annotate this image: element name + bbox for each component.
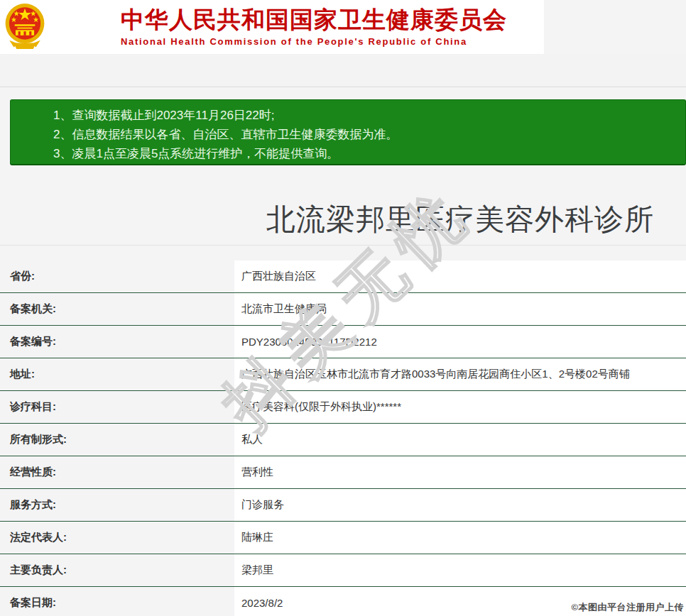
field-label: 诊疗科目:	[0, 391, 234, 423]
site-title-chinese: 中华人民共和国国家卫生健康委员会	[121, 6, 533, 34]
field-label: 备案日期:	[0, 587, 234, 616]
field-value: 门诊服务	[234, 489, 686, 521]
site-header: 中华人民共和国国家卫生健康委员会 National Health Commiss…	[0, 0, 544, 54]
notice-banner: 1、查询数据截止到2023年11月26日22时; 2、信息数据结果以各省、自治区…	[10, 99, 686, 165]
field-value: 陆琳庄	[234, 522, 686, 554]
notice-line-1: 1、查询数据截止到2023年11月26日22时;	[53, 106, 674, 125]
table-row: 服务方式: 门诊服务	[0, 489, 686, 522]
field-label: 法定代表人:	[0, 522, 234, 554]
field-label: 备案编号:	[0, 326, 234, 358]
table-row: 备案编号: PDY23080145098117D2212	[0, 326, 686, 358]
table-row: 省份: 广西壮族自治区	[0, 260, 686, 293]
field-value: 私人	[234, 424, 686, 456]
institution-name-title: 北流梁邦里医疗美容外科诊所	[266, 200, 654, 239]
table-row: 备案机关: 北流市卫生健康局	[0, 293, 686, 326]
notice-line-3: 3、凌晨1点至凌晨5点系统进行维护，不能提供查询。	[53, 144, 674, 163]
field-label: 省份:	[0, 260, 234, 292]
header-gray-strip	[0, 54, 686, 87]
field-value: 广西壮族自治区	[234, 260, 686, 292]
prc-national-emblem-icon	[5, 3, 45, 51]
table-row: 地址: 广西壮族自治区玉林市北流市育才路0033号向南居花园商住小区1、2号楼0…	[0, 358, 686, 391]
header-divider	[0, 87, 686, 88]
upload-credit-badge: ©本图由平台注册用户上传	[571, 601, 684, 614]
notice-line-2: 2、信息数据结果以各省、自治区、直辖市卫生健康委数据为准。	[53, 125, 674, 144]
field-label: 经营性质:	[0, 456, 234, 488]
field-label: 服务方式:	[0, 489, 234, 521]
field-value: 营利性	[234, 456, 686, 488]
table-row: 所有制形式: 私人	[0, 424, 686, 456]
table-row: 诊疗科目: 医疗美容科(仅限于外科执业)******	[0, 391, 686, 424]
site-title-english: National Health Commission of the People…	[121, 36, 533, 47]
field-value: 北流市卫生健康局	[234, 293, 686, 325]
field-value: 梁邦里	[234, 554, 686, 586]
field-value: PDY23080145098117D2212	[234, 326, 686, 358]
table-row: 法定代表人: 陆琳庄	[0, 522, 686, 554]
field-value: 医疗美容科(仅限于外科执业)******	[234, 391, 686, 423]
table-row: 经营性质: 营利性	[0, 456, 686, 489]
field-label: 备案机关:	[0, 293, 234, 325]
field-label: 地址:	[0, 358, 234, 390]
field-label: 所有制形式:	[0, 424, 234, 456]
table-row: 主要负责人: 梁邦里	[0, 554, 686, 587]
field-value: 广西壮族自治区玉林市北流市育才路0033号向南居花园商住小区1、2号楼02号商铺	[234, 358, 686, 390]
section-divider	[0, 245, 686, 246]
field-label: 主要负责人:	[0, 554, 234, 586]
record-table: 省份: 广西壮族自治区 备案机关: 北流市卫生健康局 备案编号: PDY2308…	[0, 260, 686, 616]
